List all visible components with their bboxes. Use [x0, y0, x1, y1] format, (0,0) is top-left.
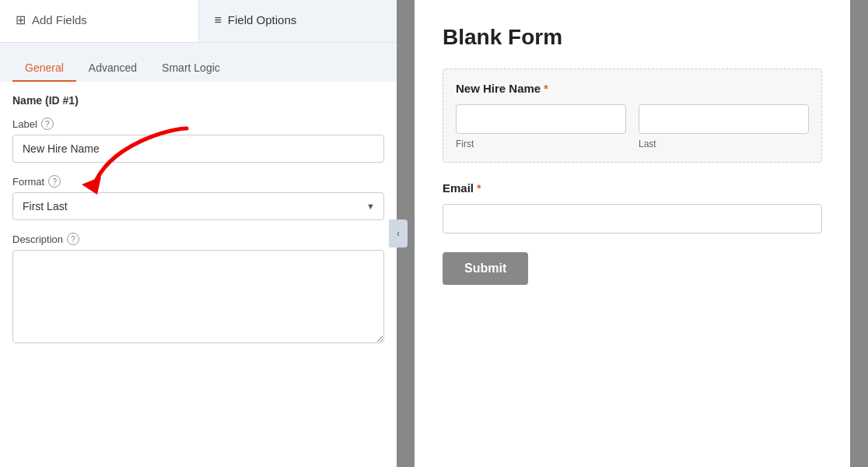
sub-tab-general[interactable]: General: [12, 55, 76, 82]
format-select-wrapper: First Last First Last First Middle Last: [12, 192, 384, 220]
format-field-label: Format ?: [12, 175, 384, 188]
email-required-star: *: [477, 182, 481, 195]
description-field-group: Description ?: [12, 233, 384, 346]
first-sub-label: First: [456, 139, 626, 149]
email-field-block: Email *: [443, 181, 822, 234]
name-field-label: New Hire Name *: [456, 82, 809, 95]
label-field-group: Label ?: [12, 118, 384, 163]
tab-field-options[interactable]: ≡ Field Options: [199, 0, 397, 42]
section-title: Name (ID #1): [12, 94, 384, 107]
form-title: Blank Form: [443, 25, 822, 50]
tab-add-fields-label: Add Fields: [32, 13, 87, 26]
tab-field-options-label: Field Options: [228, 13, 296, 26]
add-fields-icon: ⊞: [16, 12, 26, 27]
panel-content: Name (ID #1) Label ? Format ? First Last…: [0, 82, 397, 371]
label-field-label: Label ?: [12, 118, 384, 130]
last-name-input[interactable]: [639, 104, 809, 134]
last-sub-label: Last: [639, 139, 809, 149]
tab-bar: ⊞ Add Fields ≡ Field Options: [0, 0, 397, 43]
name-inputs: First Last: [456, 104, 809, 149]
format-field-group: Format ? First Last First Last First Mid…: [12, 175, 384, 220]
description-help-icon[interactable]: ?: [67, 233, 79, 245]
email-input[interactable]: [443, 204, 822, 234]
submit-button[interactable]: Submit: [443, 252, 528, 285]
first-name-field: First: [456, 104, 626, 149]
sub-tab-advanced[interactable]: Advanced: [76, 55, 149, 82]
sub-tab-bar: General Advanced Smart Logic: [0, 43, 397, 82]
right-panel: Blank Form New Hire Name * First Last: [397, 0, 868, 467]
collapse-panel-button[interactable]: ‹: [389, 219, 408, 248]
name-field-block: New Hire Name * First Last: [443, 68, 822, 163]
left-panel: ⊞ Add Fields ≡ Field Options General Adv…: [0, 0, 397, 467]
email-field-label: Email *: [443, 181, 822, 195]
description-field-label: Description ?: [12, 233, 384, 245]
tab-add-fields[interactable]: ⊞ Add Fields: [0, 0, 199, 42]
first-name-input[interactable]: [456, 104, 626, 134]
label-help-icon[interactable]: ?: [41, 118, 54, 130]
name-required-star: *: [544, 83, 548, 95]
label-text-input[interactable]: [12, 135, 384, 163]
field-options-icon: ≡: [215, 13, 222, 27]
format-select[interactable]: First Last First Last First Middle Last: [12, 192, 384, 220]
sub-tab-smart-logic[interactable]: Smart Logic: [149, 55, 233, 82]
description-textarea[interactable]: [12, 250, 384, 343]
format-help-icon[interactable]: ?: [48, 175, 61, 188]
form-card: Blank Form New Hire Name * First Last: [415, 0, 850, 467]
last-name-field: Last: [639, 104, 809, 149]
